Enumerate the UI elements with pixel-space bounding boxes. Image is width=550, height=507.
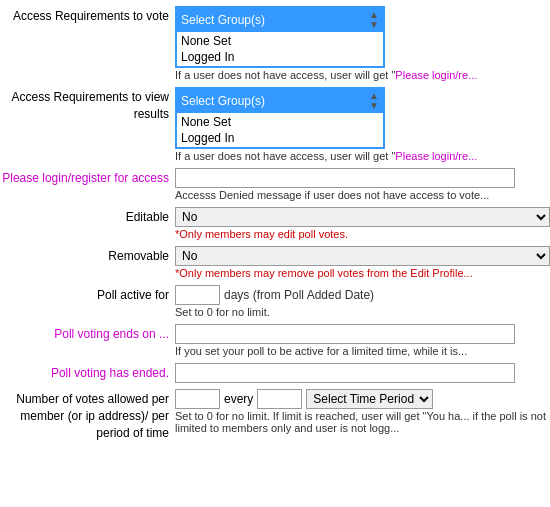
input-every-value[interactable] xyxy=(257,389,302,409)
select-group-vote-header: Select Group(s) ▲▼ xyxy=(177,8,383,32)
row-removable: Removable No Yes *Only members may remov… xyxy=(0,244,550,281)
info-link-vote: Please login/re... xyxy=(395,69,477,81)
scroll-arrows-vote: ▲▼ xyxy=(369,10,379,30)
label-poll-active: Poll active for xyxy=(0,285,175,304)
info-please-login: Accesss Denied message if user does not … xyxy=(175,189,550,201)
row-editable: Editable No Yes *Only members may edit p… xyxy=(0,205,550,242)
label-voting-ended: Poll voting has ended. xyxy=(0,363,175,382)
content-access-results: Select Group(s) ▲▼ None Set Logged In If… xyxy=(175,87,550,162)
input-votes-count[interactable] xyxy=(175,389,220,409)
select-group-results-label: Select Group(s) xyxy=(181,94,265,108)
note-voting-ends: If you set your poll to be active for a … xyxy=(175,345,550,357)
row-poll-active: Poll active for days (from Poll Added Da… xyxy=(0,283,550,320)
content-please-login: Accesss Denied message if user does not … xyxy=(175,168,550,201)
info-access-vote: If a user does not have access, user wil… xyxy=(175,69,550,81)
vote-item-none[interactable]: None Set xyxy=(177,33,383,49)
select-group-vote-items: None Set Logged In xyxy=(177,32,383,66)
days-suffix: days (from Poll Added Date) xyxy=(224,288,374,302)
row-voting-ends: Poll voting ends on ... If you set your … xyxy=(0,322,550,359)
days-row: days (from Poll Added Date) xyxy=(175,285,550,305)
label-voting-ends: Poll voting ends on ... xyxy=(0,324,175,343)
votes-row: every Select Time Period Hour Day Week M… xyxy=(175,389,550,409)
label-please-login: Please login/register for access xyxy=(0,168,175,187)
results-item-none[interactable]: None Set xyxy=(177,114,383,130)
info-access-results: If a user does not have access, user wil… xyxy=(175,150,550,162)
label-editable: Editable xyxy=(0,207,175,226)
select-group-results-header: Select Group(s) ▲▼ xyxy=(177,89,383,113)
info-link-results: Please login/re... xyxy=(395,150,477,162)
label-access-results: Access Requirements to view results xyxy=(0,87,175,123)
row-access-vote: Access Requirements to vote Select Group… xyxy=(0,4,550,83)
content-editable: No Yes *Only members may edit poll votes… xyxy=(175,207,550,240)
input-please-login[interactable] xyxy=(175,168,515,188)
note-editable: *Only members may edit poll votes. xyxy=(175,228,550,240)
select-removable[interactable]: No Yes xyxy=(175,246,550,266)
input-voting-ends[interactable] xyxy=(175,324,515,344)
note-removable: *Only members may remove poll votes from… xyxy=(175,267,550,279)
note-poll-active: Set to 0 for no limit. xyxy=(175,306,550,318)
content-access-vote: Select Group(s) ▲▼ None Set Logged In If… xyxy=(175,6,550,81)
label-votes-allowed: Number of votes allowed per member (or i… xyxy=(0,389,175,441)
results-item-logged[interactable]: Logged In xyxy=(177,130,383,146)
input-voting-ended[interactable] xyxy=(175,363,515,383)
select-group-results-items: None Set Logged In xyxy=(177,113,383,147)
select-group-results[interactable]: Select Group(s) ▲▼ None Set Logged In xyxy=(175,87,385,149)
row-access-results: Access Requirements to view results Sele… xyxy=(0,85,550,164)
content-removable: No Yes *Only members may remove poll vot… xyxy=(175,246,550,279)
content-voting-ended xyxy=(175,363,550,383)
row-voting-ended: Poll voting has ended. xyxy=(0,361,550,385)
label-access-vote: Access Requirements to vote xyxy=(0,6,175,25)
content-poll-active: days (from Poll Added Date) Set to 0 for… xyxy=(175,285,550,318)
label-removable: Removable xyxy=(0,246,175,265)
form-container: Access Requirements to vote Select Group… xyxy=(0,0,550,449)
every-label: every xyxy=(224,392,253,406)
select-group-vote[interactable]: Select Group(s) ▲▼ None Set Logged In xyxy=(175,6,385,68)
select-group-vote-label: Select Group(s) xyxy=(181,13,265,27)
vote-item-logged[interactable]: Logged In xyxy=(177,49,383,65)
scroll-arrows-results: ▲▼ xyxy=(369,91,379,111)
select-editable[interactable]: No Yes xyxy=(175,207,550,227)
note-votes-allowed: Set to 0 for no limit. If limit is reach… xyxy=(175,410,550,434)
content-voting-ends: If you set your poll to be active for a … xyxy=(175,324,550,357)
select-time-period[interactable]: Select Time Period Hour Day Week Month Y… xyxy=(306,389,433,409)
input-poll-active-days[interactable] xyxy=(175,285,220,305)
row-votes-allowed: Number of votes allowed per member (or i… xyxy=(0,387,550,443)
content-votes-allowed: every Select Time Period Hour Day Week M… xyxy=(175,389,550,434)
row-please-login: Please login/register for access Accesss… xyxy=(0,166,550,203)
